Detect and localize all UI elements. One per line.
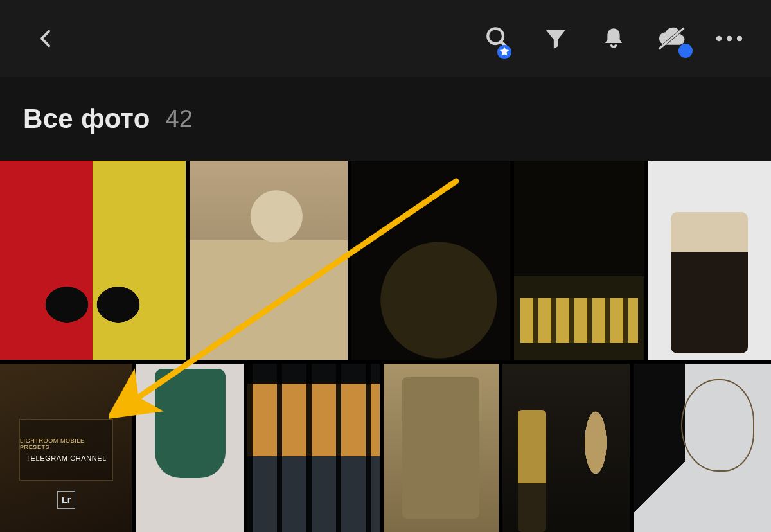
bell-icon <box>600 25 627 52</box>
notifications-button[interactable] <box>585 0 642 77</box>
photo-thumbnail[interactable] <box>136 364 244 532</box>
svg-point-4 <box>716 36 722 41</box>
photo-thumbnail[interactable] <box>190 161 348 360</box>
gallery-row <box>0 161 771 360</box>
lr-logo: Lr <box>57 491 75 509</box>
back-icon <box>35 28 57 49</box>
photo-thumbnail[interactable] <box>384 364 498 532</box>
lr-card: LIGHTROOM MOBILE PRESETS TELEGRAM CHANNE… <box>19 419 113 481</box>
photo-thumbnail[interactable] <box>351 161 510 360</box>
gallery-row: LIGHTROOM MOBILE PRESETS TELEGRAM CHANNE… <box>0 364 771 532</box>
app-root: Все фото 42 LIGHTROOM MOBILE PRESETS TEL… <box>0 0 771 532</box>
photo-thumbnail[interactable] <box>0 161 186 360</box>
photo-gallery: LIGHTROOM MOBILE PRESETS TELEGRAM CHANNE… <box>0 161 771 532</box>
filter-icon <box>542 25 569 52</box>
lr-card-line1: LIGHTROOM MOBILE PRESETS <box>20 438 112 450</box>
photo-thumbnail[interactable] <box>648 161 771 360</box>
back-button[interactable] <box>31 23 62 54</box>
filter-button[interactable] <box>527 0 585 77</box>
search-button[interactable] <box>469 0 527 77</box>
gallery-count: 42 <box>166 105 193 133</box>
gallery-title: Все фото <box>23 103 150 134</box>
title-band: Все фото 42 <box>0 77 771 161</box>
photo-thumbnail[interactable]: LIGHTROOM MOBILE PRESETS TELEGRAM CHANNE… <box>0 364 132 532</box>
top-toolbar <box>0 0 771 77</box>
search-star-badge <box>497 45 511 59</box>
svg-point-6 <box>737 36 742 41</box>
lr-card-line2: TELEGRAM CHANNEL <box>26 454 107 462</box>
photo-thumbnail[interactable] <box>634 364 771 532</box>
cloud-sync-button[interactable] <box>642 0 700 77</box>
photo-thumbnail[interactable] <box>514 161 644 360</box>
svg-point-5 <box>727 36 732 41</box>
more-icon <box>714 34 744 43</box>
cloud-badge <box>678 44 693 58</box>
more-button[interactable] <box>700 0 758 77</box>
photo-thumbnail[interactable] <box>502 364 630 532</box>
photo-thumbnail[interactable] <box>247 364 380 532</box>
